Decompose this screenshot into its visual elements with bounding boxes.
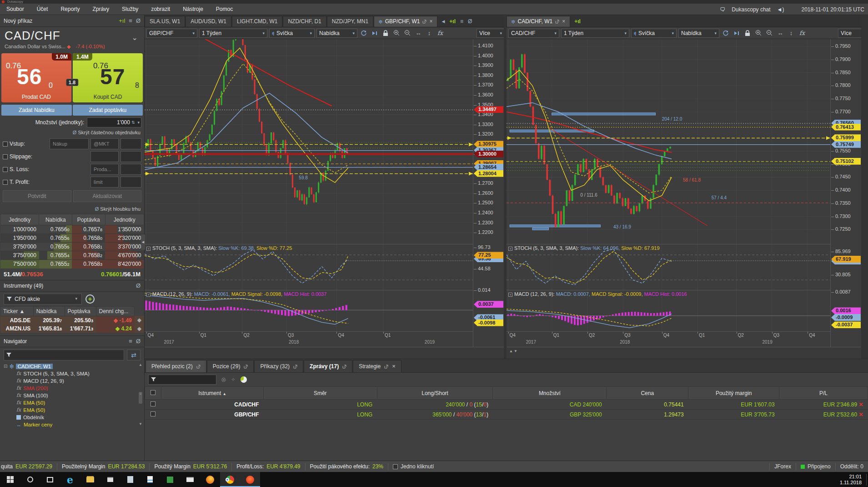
row-checkbox[interactable] <box>151 411 156 416</box>
popout-icon[interactable] <box>244 365 248 369</box>
positions-col-header[interactable]: Použitý margin <box>688 387 779 400</box>
scroll-down-icon[interactable]: ▼ <box>139 422 142 426</box>
order-field-a[interactable]: Nákup <box>50 138 89 149</box>
stepper-icons[interactable]: ⇅ <box>130 121 136 125</box>
close-position-icon[interactable]: ✕ <box>858 411 863 418</box>
price-axis[interactable]: 1.41001.40001.39001.38001.37001.36001.35… <box>473 39 504 347</box>
bottom-tab-3[interactable]: Zprávy (17) <box>304 360 352 372</box>
popout-icon[interactable] <box>422 20 426 24</box>
buy-button[interactable]: 1.4M 0.76 57 8 Koupit CAD <box>73 53 143 102</box>
chart-type-dropdown[interactable]: ıĮSvíčka▾ <box>269 29 315 38</box>
go-to-end-icon[interactable] <box>370 29 379 38</box>
order-field-b[interactable] <box>90 151 119 162</box>
splitter-up-icon[interactable]: ▲ <box>507 347 514 353</box>
explorer-icon[interactable] <box>80 472 100 487</box>
positions-col-header[interactable] <box>145 387 161 400</box>
hide-partial-label[interactable]: Skrýt částečnou objednávku <box>78 130 140 135</box>
eye-icon[interactable]: Ø <box>95 206 100 212</box>
browser-red-icon[interactable] <box>240 472 260 487</box>
popout-icon[interactable] <box>196 365 201 369</box>
order-field-c[interactable] <box>120 177 141 188</box>
menu-item-2[interactable]: Reporty <box>54 4 86 15</box>
refresh-icon[interactable] <box>721 29 730 38</box>
offer-side-dropdown[interactable]: Nabídka▾ <box>678 29 719 38</box>
positions-col-header[interactable]: P/L <box>779 387 868 400</box>
indicator-checkbox[interactable]: × <box>146 247 151 251</box>
zoom-out-icon[interactable] <box>403 29 412 38</box>
depth-row[interactable]: 3'750'0000.765550.765813'370'000 <box>0 243 144 251</box>
positions-col-header[interactable]: Long/Short <box>377 387 493 400</box>
menu-item-3[interactable]: Zprávy <box>86 4 115 15</box>
chart-tab-nzd-jpy-mn1[interactable]: NZD/JPY, MN1 <box>327 16 373 27</box>
depth-row[interactable]: 3'750'0000.765540.765824'670'000 <box>0 251 144 260</box>
store-icon[interactable] <box>100 472 120 487</box>
task-view-icon[interactable] <box>40 472 60 487</box>
popout-icon[interactable] <box>384 365 388 369</box>
chart-tab-gbp-chf-w1[interactable]: ıĮıGBP/CHF, W1× <box>374 16 437 27</box>
h-scale-icon[interactable]: ↔ <box>776 29 785 38</box>
bottom-tab-2[interactable]: Příkazy (32) <box>254 360 303 372</box>
firefox-icon[interactable] <box>200 472 220 487</box>
order-field-b[interactable]: limit <box>90 177 119 188</box>
go-to-end-icon[interactable] <box>732 29 741 38</box>
chrome-icon[interactable] <box>220 472 240 487</box>
place-ask-button[interactable]: Zadat poptávku <box>73 105 143 116</box>
eye-icon[interactable]: Ø <box>136 18 140 24</box>
stoch-pane[interactable] <box>507 244 830 290</box>
tab-list-icon[interactable]: ≡ <box>460 18 463 25</box>
notepad-icon[interactable] <box>140 472 160 487</box>
eye-icon[interactable]: Ø <box>468 18 472 25</box>
time-axis[interactable]: Q4Q1Q2Q3Q4Q1201720182019 <box>145 331 473 347</box>
zoom-out-icon[interactable] <box>765 29 774 38</box>
navigator-item-3[interactable]: fxSMA (100) <box>0 392 144 399</box>
order-field-b[interactable]: Proda... <box>90 164 119 175</box>
collapse-panel-arrow[interactable]: ◀ <box>141 234 145 250</box>
amount-input[interactable] <box>87 119 130 126</box>
order-checkbox[interactable] <box>3 180 8 185</box>
eye-icon[interactable]: Ø <box>136 283 140 289</box>
bottom-tab-4[interactable]: Strategie× <box>353 360 401 372</box>
navigator-item-5[interactable]: fxEMA (50) <box>0 406 144 414</box>
instr-col-header[interactable]: Poptávka <box>65 306 96 316</box>
order-checkbox[interactable] <box>3 142 8 147</box>
menu-item-6[interactable]: Nástroje <box>176 4 210 15</box>
sell-button[interactable]: 1.0M 0.76 56 0 Prodat CAD <box>1 53 71 102</box>
indicator-checkbox[interactable]: × <box>508 293 512 297</box>
place-bid-button[interactable]: Zadat Nabídku <box>1 105 72 116</box>
v-scale-icon[interactable]: ↕ <box>787 29 796 38</box>
start-button[interactable] <box>0 472 20 487</box>
instrument-row[interactable]: AMZN.US1'665.8181'667.713◆ 4.24◆ <box>0 325 145 333</box>
chart-tab-sla-us-w1[interactable]: SLA.US, W1 <box>145 16 185 27</box>
select-all-checkbox[interactable] <box>151 390 156 395</box>
popout-icon[interactable] <box>342 365 346 369</box>
one-click-checkbox[interactable] <box>393 464 398 469</box>
menu-icon[interactable]: ≡ <box>129 338 132 344</box>
v-scale-icon[interactable]: ↕ <box>425 29 434 38</box>
depth-col-header[interactable]: Poptávka <box>72 214 105 225</box>
scroll-thumb[interactable]: ≡ <box>139 392 142 404</box>
order-field-c[interactable] <box>120 138 141 149</box>
indicator-checkbox[interactable]: × <box>146 293 151 297</box>
more-dropdown[interactable]: Více▾ <box>477 29 505 38</box>
navigator-root[interactable]: ⊟ıĮıCAD/CHF, W1 <box>0 363 144 370</box>
menu-icon[interactable]: ≡ <box>129 18 132 24</box>
navigator-item-0[interactable]: fxSTOCH (5, 3, SMA, 3, SMA) <box>0 370 144 377</box>
price-axis[interactable]: 0.79500.79000.78500.78000.77500.77000.76… <box>830 39 861 347</box>
expand-icon[interactable]: ⊟ <box>4 364 7 369</box>
depth-col-header[interactable]: Jednotky <box>0 214 39 225</box>
time-axis[interactable]: Q4Q1Q2Q3Q4Q1Q2Q3Q4201720182019 <box>507 331 830 347</box>
depth-row[interactable]: 1'000'0000.765600.765781'350'000 <box>0 225 144 234</box>
chart-tab-cad-chf-w1[interactable]: ıĮıCAD/CHF, W1× <box>507 16 570 27</box>
instrument-dropdown[interactable]: CAD/CHF▾ <box>508 29 559 38</box>
eye-icon[interactable]: Ø <box>73 130 78 135</box>
close-position-icon[interactable]: ✕ <box>858 401 863 408</box>
fx-icon[interactable]: fx <box>436 29 445 38</box>
order-checkbox[interactable] <box>3 154 8 159</box>
edge-icon[interactable]: e <box>60 472 80 487</box>
depth-col-header[interactable]: Nabídka <box>39 214 72 225</box>
one-click-label[interactable]: Jedno kliknutí <box>401 463 434 470</box>
period-dropdown[interactable]: 1 Týden▾ <box>561 29 629 38</box>
instr-col-header[interactable]: Denní chg... <box>96 306 135 316</box>
chart-tab-nzd-chf-d1[interactable]: NZD/CHF, D1 <box>283 16 326 27</box>
positions-filter-input[interactable] <box>148 375 216 385</box>
